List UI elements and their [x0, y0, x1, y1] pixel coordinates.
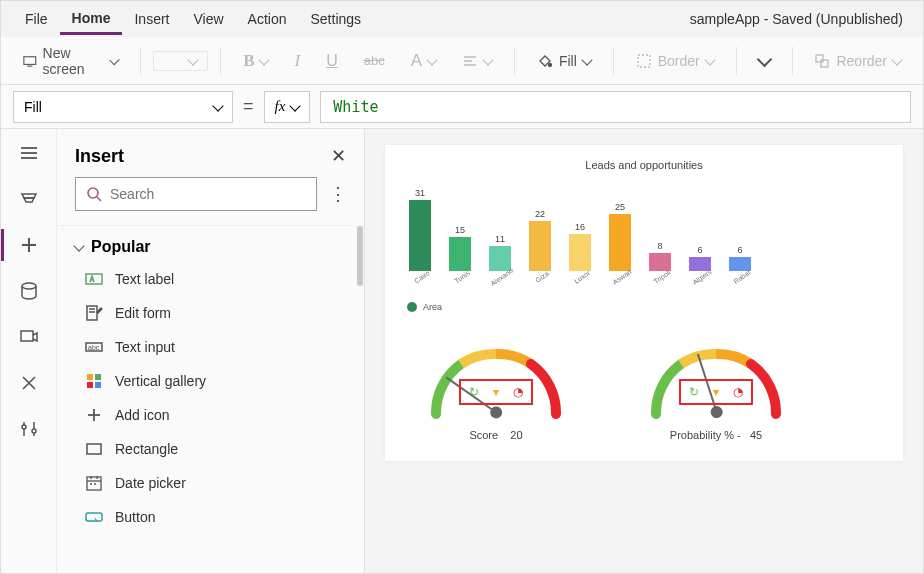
insert-item-label: Vertical gallery: [115, 373, 206, 389]
reorder-icon: [814, 53, 830, 69]
date-picker-icon: [85, 474, 103, 492]
insert-item-label: Text input: [115, 339, 175, 355]
insert-item-date-picker[interactable]: Date picker: [57, 466, 364, 500]
expand-button[interactable]: [749, 50, 780, 71]
text-label-icon: [85, 270, 103, 288]
svg-rect-28: [87, 374, 93, 380]
insert-item-label: Rectangle: [115, 441, 178, 457]
align-button[interactable]: [452, 49, 502, 73]
insert-item-button[interactable]: Button: [57, 500, 364, 534]
section-popular[interactable]: Popular: [57, 226, 364, 262]
font-select[interactable]: [153, 51, 208, 71]
insert-item-text-label[interactable]: Text label: [57, 262, 364, 296]
bar: 25: [607, 202, 633, 271]
chevron-down-icon: [704, 54, 715, 65]
refresh-icon[interactable]: ↻: [687, 385, 701, 399]
gauge-value: 45: [750, 429, 762, 441]
scrollbar-thumb[interactable]: [357, 226, 363, 286]
svg-rect-15: [21, 331, 33, 341]
equals-label: =: [243, 96, 254, 117]
strike-button[interactable]: abc: [354, 49, 395, 72]
media-icon[interactable]: [19, 327, 39, 347]
app-preview: Leads and opportunities 311511221625866 …: [385, 145, 903, 461]
gauge-value: 20: [510, 429, 522, 441]
chart-title: Leads and opportunities: [401, 159, 887, 171]
insert-item-edit-form[interactable]: Edit form: [57, 296, 364, 330]
screen-icon: [23, 53, 37, 69]
formula-input[interactable]: White: [320, 91, 911, 123]
font-color-button[interactable]: A: [401, 47, 446, 75]
chevron-down-icon: [426, 54, 437, 65]
filter-icon[interactable]: ▾: [709, 385, 723, 399]
svg-point-20: [88, 188, 98, 198]
reorder-button[interactable]: Reorder: [804, 49, 911, 73]
canvas[interactable]: Leads and opportunities 311511221625866 …: [365, 129, 923, 574]
underline-button[interactable]: U: [316, 48, 348, 74]
svg-point-19: [32, 429, 36, 433]
insert-item-label: Add icon: [115, 407, 169, 423]
chevron-down-icon: [756, 52, 772, 68]
menu-file[interactable]: File: [13, 5, 60, 33]
bold-button[interactable]: B: [233, 47, 278, 75]
search-icon: [86, 186, 102, 202]
menu-home[interactable]: Home: [60, 4, 123, 35]
close-icon[interactable]: ✕: [331, 145, 346, 167]
variables-icon[interactable]: [19, 373, 39, 393]
hamburger-icon[interactable]: [19, 143, 39, 163]
button-icon: [85, 508, 103, 526]
bar: 22: [527, 209, 553, 271]
vertical-gallery-icon: [85, 372, 103, 390]
bar: 15: [447, 225, 473, 271]
svg-rect-7: [816, 55, 823, 62]
chart-legend: Area: [407, 302, 887, 312]
insert-item-rectangle[interactable]: Rectangle: [57, 432, 364, 466]
gauge-score: ↻ ▾ ◔ Score 20: [421, 334, 571, 441]
filter-icon[interactable]: ▾: [489, 385, 503, 399]
tree-view-icon[interactable]: [19, 189, 39, 209]
bar-chart: 311511221625866: [401, 179, 887, 271]
insert-item-label: Date picker: [115, 475, 186, 491]
menu-view[interactable]: View: [181, 5, 235, 33]
border-button[interactable]: Border: [626, 49, 724, 73]
data-icon[interactable]: [19, 281, 39, 301]
svg-rect-30: [87, 382, 93, 388]
fx-button[interactable]: fx: [264, 91, 311, 123]
formula-bar: Fill = fx White: [1, 85, 923, 129]
advanced-tools-icon[interactable]: [19, 419, 39, 439]
italic-button[interactable]: I: [284, 47, 310, 75]
property-selector[interactable]: Fill: [13, 91, 233, 123]
chevron-down-icon: [188, 54, 199, 65]
menu-insert[interactable]: Insert: [122, 5, 181, 33]
chart-type-icon[interactable]: ◔: [731, 385, 745, 399]
svg-rect-31: [95, 382, 101, 388]
new-screen-button[interactable]: New screen: [13, 41, 128, 81]
svg-point-17: [22, 425, 26, 429]
insert-item-text-input[interactable]: abc Text input: [57, 330, 364, 364]
menubar: File Home Insert View Action Settings sa…: [1, 1, 923, 37]
svg-point-5: [548, 63, 551, 66]
svg-rect-34: [87, 444, 101, 454]
svg-rect-29: [95, 374, 101, 380]
search-input[interactable]: [75, 177, 317, 211]
add-icon-icon: [85, 406, 103, 424]
insert-item-add-icon[interactable]: Add icon: [57, 398, 364, 432]
more-options-icon[interactable]: ⋮: [329, 183, 346, 205]
fill-button[interactable]: Fill: [527, 49, 601, 73]
svg-line-21: [97, 197, 101, 201]
paint-bucket-icon: [537, 53, 553, 69]
legend-swatch: [407, 302, 417, 312]
chevron-down-icon: [212, 100, 223, 111]
insert-icon[interactable]: [19, 235, 39, 255]
menu-settings[interactable]: Settings: [299, 5, 374, 33]
chart-type-icon[interactable]: ◔: [511, 385, 525, 399]
ribbon-toolbar: New screen B I U abc A Fill Border Reord…: [1, 37, 923, 85]
bar: 16: [567, 222, 593, 271]
edit-form-icon: [85, 304, 103, 322]
refresh-icon[interactable]: ↻: [467, 385, 481, 399]
insert-item-vertical-gallery[interactable]: Vertical gallery: [57, 364, 364, 398]
bar: 11: [487, 234, 513, 271]
menu-action[interactable]: Action: [236, 5, 299, 33]
gauge-label: Score: [469, 429, 498, 441]
app-title: sampleApp - Saved (Unpublished): [690, 11, 911, 27]
insert-panel-title: Insert: [75, 146, 124, 167]
